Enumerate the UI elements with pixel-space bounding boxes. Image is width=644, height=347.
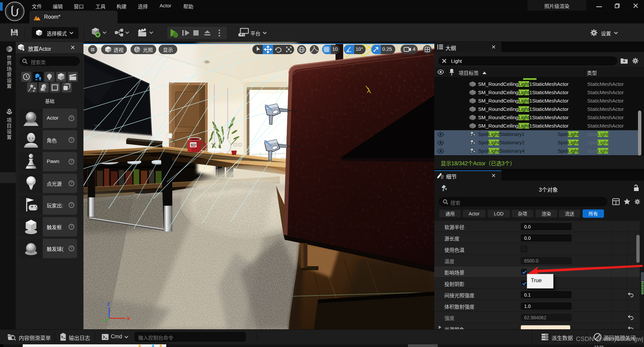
svg-text:?: ? [70,138,72,142]
svg-text:?: ? [70,116,72,120]
svg-text:?: ? [70,203,72,207]
svg-text:?: ? [70,160,72,164]
svg-text:X: X [127,316,130,321]
svg-text:?: ? [70,181,72,185]
svg-text:?: ? [70,246,72,250]
svg-text:?: ? [70,225,72,229]
svg-text:EPIC: EPIC [191,143,197,146]
svg-text:Z: Z [107,302,110,307]
